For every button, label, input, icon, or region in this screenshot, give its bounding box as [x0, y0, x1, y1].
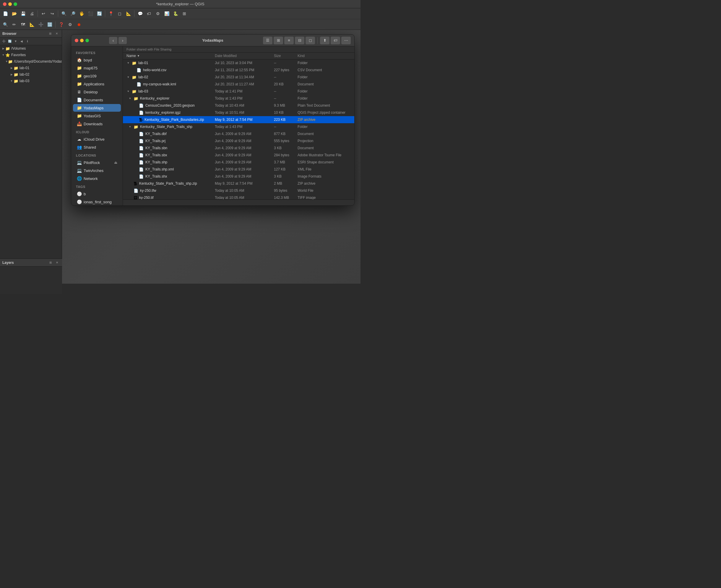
edit-btn[interactable]: ✏	[10, 20, 18, 29]
zoom-extent-btn[interactable]: ⬛	[86, 9, 94, 18]
help-btn[interactable]: ❓	[57, 20, 65, 29]
table-row[interactable]: ▼ 📁 Kentucky_explorer Today at 1:43 PM -…	[123, 95, 354, 102]
table-row[interactable]: 📄 KY_Trails.shp Jun 4, 2009 at 9:29 AM 3…	[123, 159, 354, 166]
locator-btn[interactable]: 🔍	[1, 20, 9, 29]
layers-expand-btn[interactable]: ⊞	[48, 260, 53, 265]
sidebar-item-shared[interactable]: 👥 Shared	[73, 143, 121, 151]
table-row[interactable]: 📄 KY_Trails.sbn Jun 4, 2009 at 9:29 AM 3…	[123, 145, 354, 152]
sidebar-item-icloud-drive[interactable]: ☁ iCloud Drive	[73, 135, 121, 143]
finder-min-btn[interactable]	[80, 39, 84, 42]
table-row-selected[interactable]: 🗜 Kentucky_State_Park_Boundaries.zip May…	[123, 116, 354, 123]
tree-item-yodas-path[interactable]: ▼ 📁 /Users/boyd/Documents/YodasMaps	[0, 58, 62, 65]
sidebar-item-yodasgis[interactable]: 📁 YodasGIS	[73, 112, 121, 120]
finder-close-btn[interactable]	[75, 39, 78, 42]
grid-btn[interactable]: ⊞	[180, 9, 189, 18]
label-btn[interactable]: 🏷	[145, 9, 153, 18]
measure-btn[interactable]: 📐	[124, 9, 133, 18]
open-btn[interactable]: 📂	[10, 9, 18, 18]
sidebar-item-applications[interactable]: 📁 Applications	[73, 80, 121, 88]
action-btn[interactable]: ⋯	[341, 37, 351, 44]
table-row[interactable]: ▼ 📁 Kentucky_State_Park_Trails_shp Today…	[123, 123, 354, 130]
browser-close-btn[interactable]: ✕	[54, 31, 59, 36]
sidebar-item-documents[interactable]: 📄 Documents	[73, 96, 121, 104]
sidebar-item-geo109[interactable]: 📁 geo109	[73, 72, 121, 80]
table-row[interactable]: ▼ 📁 lab-03 Today at 1:41 PM -- Folder	[123, 88, 354, 95]
select-btn[interactable]: ◻	[115, 9, 124, 18]
table-row[interactable]: 📄 ky-250.tfw Today at 10:05 AM 95 bytes …	[123, 187, 354, 194]
browser-expand-btn[interactable]: ⊞	[47, 31, 53, 36]
raster-btn[interactable]: 🗺	[19, 20, 27, 29]
tree-item-lab03[interactable]: ▼ 📁 lab-03	[0, 78, 62, 84]
date-col-header[interactable]: Date Modified	[215, 54, 274, 58]
python-btn[interactable]: 🐍	[171, 9, 180, 18]
size-col-header[interactable]: Size	[274, 54, 298, 58]
view-gallery-btn[interactable]: ◻	[305, 37, 315, 44]
save-btn[interactable]: 💾	[19, 9, 27, 18]
view-grid-btn[interactable]: ⊞	[274, 37, 283, 44]
table-row[interactable]: ▼ 📁 lab-02 Jul 20, 2023 at 11:34 AM -- F…	[123, 74, 354, 81]
sidebar-item-tag-b[interactable]: ⚪ b	[73, 190, 121, 198]
refresh-btn[interactable]: 🔄	[95, 9, 103, 18]
sidebar-item-map675[interactable]: 📁 map675	[73, 64, 121, 72]
redo-btn[interactable]: ↪	[48, 9, 57, 18]
table-row[interactable]: 🖼 ky-250.tif Today at 10:05 AM 142.3 MB …	[123, 194, 354, 200]
sidebar-item-network[interactable]: 🌐 Network	[73, 175, 121, 182]
tree-item-favorites[interactable]: ▼ ⭐ Favorites	[0, 52, 62, 58]
table-row[interactable]: 📄 KY_Trails.shx Jun 4, 2009 at 9:29 AM 3…	[123, 173, 354, 180]
sidebar-item-twinArches[interactable]: 💻 TwinArches	[73, 167, 121, 174]
table-row[interactable]: 📄 CensusCounties_2020.geojson Today at 1…	[123, 102, 354, 109]
tag-btn[interactable]: 🏷	[331, 37, 340, 44]
maximize-button[interactable]	[14, 2, 17, 6]
table-row[interactable]: ▼ 📁 lab-01 Jul 10, 2023 at 3:04 PM -- Fo…	[123, 59, 354, 66]
undo-btn[interactable]: ↩	[39, 9, 47, 18]
table-row[interactable]: 📄 KY_Trails.prj Jun 4, 2009 at 9:29 AM 5…	[123, 138, 354, 145]
save-as-btn[interactable]: 🖨	[28, 9, 36, 18]
view-list-btn[interactable]: ☰	[263, 37, 272, 44]
settings-btn[interactable]: ⚙	[154, 9, 162, 18]
sidebar-item-desktop[interactable]: 🖥 Desktop	[73, 88, 121, 96]
finder-max-btn[interactable]	[85, 39, 89, 42]
sidebar-item-pilotrock[interactable]: 💻 PilotRock ⏏	[73, 159, 121, 166]
digitize-btn[interactable]: 📐	[28, 20, 36, 29]
close-button[interactable]	[3, 2, 6, 6]
name-col-header[interactable]: Name ▼	[126, 54, 215, 58]
browser-refresh-btn[interactable]: 🔄	[7, 39, 13, 44]
tree-item-lab02[interactable]: ▶ 📁 lab-02	[0, 71, 62, 78]
browser-filter-btn[interactable]: ▼	[13, 39, 18, 44]
table-row[interactable]: 📄 my-campus-walk.kml Jul 20, 2023 at 11:…	[123, 81, 354, 88]
browser-collapse-btn[interactable]: ◀	[19, 39, 24, 44]
plugins-btn[interactable]: ⚙	[66, 20, 74, 29]
new-file-btn[interactable]: 📄	[1, 9, 9, 18]
table-row[interactable]: 📄 kentucky_explorer.qgz Today at 10:51 A…	[123, 109, 354, 116]
map-tips-btn[interactable]: 💬	[136, 9, 144, 18]
view-col-btn[interactable]: ≡	[284, 37, 294, 44]
add-layer-btn[interactable]: ➕	[37, 20, 45, 29]
sidebar-item-tag-ionas[interactable]: ⚪ ionas_first_song	[73, 198, 121, 205]
field-calc-btn[interactable]: 🔢	[45, 20, 54, 29]
sidebar-item-downloads[interactable]: 📥 Downloads	[73, 120, 121, 128]
zoom-out-btn[interactable]: 🔎	[68, 9, 77, 18]
table-row[interactable]: 📄 KY_Trails.sbx Jun 4, 2009 at 9:29 AM 2…	[123, 152, 354, 159]
tree-item-volumes[interactable]: ▶ 📁 /Volumes	[0, 45, 62, 52]
kind-col-header[interactable]: Kind	[298, 54, 351, 58]
layers-close-btn[interactable]: ✕	[55, 260, 60, 265]
finder-back-btn[interactable]: ‹	[109, 37, 117, 44]
identify-btn[interactable]: 📍	[107, 9, 115, 18]
sidebar-item-boyd[interactable]: 🏠 boyd	[73, 56, 121, 64]
zoom-in-btn[interactable]: 🔍	[60, 9, 68, 18]
view-cover-btn[interactable]: ⊟	[295, 37, 304, 44]
finder-forward-btn[interactable]: ›	[119, 37, 127, 44]
eject-icon[interactable]: ⏏	[114, 161, 117, 165]
browser-add-btn[interactable]: ➕	[1, 39, 6, 44]
stats-btn[interactable]: 📊	[163, 9, 171, 18]
table-row[interactable]: 📄 hello-world.csv Jul 11, 2023 at 12:55 …	[123, 66, 354, 74]
table-row[interactable]: 🗜 Kentucky_State_Park_Trails_shp.zip May…	[123, 180, 354, 187]
minimize-button[interactable]	[8, 2, 12, 6]
table-row[interactable]: 📄 KY_Trails.shp.xml Jun 4, 2009 at 9:29 …	[123, 166, 354, 173]
tree-item-lab01[interactable]: ▶ 📁 lab-01	[0, 65, 62, 71]
pan-btn[interactable]: 🖐	[78, 9, 86, 18]
share-btn[interactable]: ⬆	[320, 37, 330, 44]
sidebar-item-yodasmaps[interactable]: 📁 YodasMaps	[73, 104, 121, 112]
table-row[interactable]: 📄 KY_Trails.dbf Jun 4, 2009 at 9:29 AM 8…	[123, 130, 354, 138]
browser-info-btn[interactable]: ℹ	[25, 39, 30, 44]
